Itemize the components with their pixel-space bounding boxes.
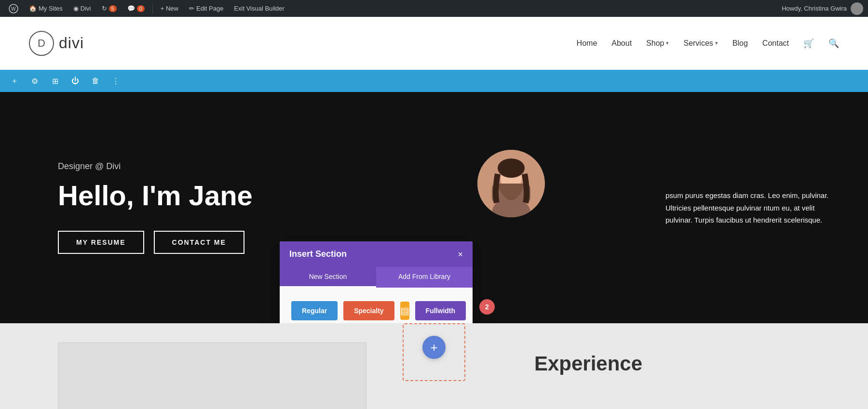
trash-toolbar-button[interactable]: 🗑	[88, 73, 103, 89]
services-chevron-icon: ▾	[715, 40, 718, 46]
wp-logo-item[interactable]: W	[5, 0, 22, 17]
my-resume-button[interactable]: MY RESUME	[58, 231, 144, 254]
new-label: + New	[161, 5, 178, 12]
svg-point-6	[498, 158, 525, 178]
add-section-toolbar-button[interactable]: ＋	[7, 73, 22, 89]
my-sites-label: My Sites	[39, 5, 63, 12]
divi-button[interactable]: ◉ Divi	[69, 0, 95, 17]
updates-button[interactable]: ↻ 5	[98, 0, 121, 17]
nav-services[interactable]: Services ▾	[683, 39, 718, 48]
specialty-icon: ▤	[400, 302, 409, 320]
step-badge-2: 2	[479, 299, 495, 315]
comments-button[interactable]: 💬 0	[123, 0, 149, 17]
more-icon: ⋮	[112, 77, 120, 86]
settings-toolbar-button[interactable]: ⚙	[27, 73, 42, 89]
hero-body-text: psum purus egestas diam cras. Leo enim, …	[665, 189, 829, 226]
exit-builder-label: Exit Visual Builder	[234, 5, 285, 12]
search-icon[interactable]: 🔍	[828, 38, 839, 49]
settings-icon: ⚙	[31, 77, 38, 86]
modal-title: Insert Section	[289, 249, 347, 259]
layout-icon: ⊞	[52, 77, 58, 86]
my-sites-icon: 🏠	[29, 5, 37, 12]
modal-header: Insert Section ×	[280, 241, 473, 267]
separator	[152, 4, 153, 13]
modal-body: Regular Specialty ▤ Fullwidth	[280, 288, 473, 323]
modal-close-button[interactable]: ×	[458, 250, 463, 259]
nav-contact[interactable]: Contact	[762, 39, 789, 48]
nav-home[interactable]: Home	[577, 39, 597, 48]
power-toolbar-button[interactable]: ⏻	[68, 73, 83, 89]
nav-shop[interactable]: Shop ▾	[646, 39, 669, 48]
shop-chevron-icon: ▾	[666, 40, 669, 46]
layout-toolbar-button[interactable]: ⊞	[47, 73, 63, 89]
add-section-button[interactable]: +	[422, 336, 446, 359]
fullwidth-section-button[interactable]: Fullwidth	[415, 301, 466, 320]
trash-icon: 🗑	[92, 77, 99, 85]
comments-count: 0	[137, 5, 145, 12]
exit-builder-button[interactable]: Exit Visual Builder	[230, 0, 288, 17]
power-icon: ⏻	[71, 77, 79, 85]
site-logo[interactable]: D divi	[29, 31, 84, 56]
avatar	[851, 2, 863, 15]
hero-section: Designer @ Divi Hello, I'm Jane MY RESUM…	[0, 92, 868, 323]
edit-icon: ✏	[189, 5, 194, 12]
regular-section-button[interactable]: Regular	[291, 301, 338, 320]
tab-add-from-library[interactable]: Add From Library	[376, 267, 473, 288]
contact-me-button[interactable]: CONTACT ME	[154, 231, 244, 254]
admin-bar-right: Howdy, Christina Gwira	[782, 2, 863, 15]
insert-section-modal: Insert Section × New Section Add From Li…	[280, 241, 473, 323]
avatar	[477, 150, 545, 217]
user-greeting: Howdy, Christina Gwira	[782, 5, 847, 12]
builder-toolbar: ＋ ⚙ ⊞ ⏻ 🗑 ⋮	[0, 70, 868, 92]
logo-circle-icon: D	[29, 31, 54, 56]
my-sites-button[interactable]: 🏠 My Sites	[25, 0, 67, 17]
more-toolbar-button[interactable]: ⋮	[108, 73, 123, 89]
nav-about[interactable]: About	[611, 39, 632, 48]
logo-text: divi	[59, 34, 84, 52]
modal-tabs: New Section Add From Library	[280, 267, 473, 288]
hero-avatar-wrap	[477, 150, 545, 217]
plus-icon: +	[430, 341, 437, 354]
site-nav: Home About Shop ▾ Services ▾ Blog Contac…	[577, 38, 839, 49]
site-header: D divi Home About Shop ▾ Services ▾ Blog…	[0, 17, 868, 70]
divi-icon: ◉	[73, 5, 79, 12]
edit-page-label: Edit Page	[196, 5, 223, 12]
admin-bar: W 🏠 My Sites ◉ Divi ↻ 5 💬 0 + New ✏ Edit…	[0, 0, 868, 17]
cart-icon[interactable]: 🛒	[803, 38, 814, 49]
updates-count: 5	[109, 5, 117, 12]
add-icon: ＋	[11, 76, 18, 86]
new-button[interactable]: + New	[157, 0, 182, 17]
updates-icon: ↻	[102, 5, 107, 12]
edit-page-button[interactable]: ✏ Edit Page	[185, 0, 227, 17]
tab-new-section[interactable]: New Section	[280, 267, 376, 288]
specialty-section-button[interactable]: Specialty	[343, 301, 394, 320]
svg-text:W: W	[11, 6, 16, 12]
hero-subtitle: Designer @ Divi	[58, 161, 810, 172]
divi-label: Divi	[81, 5, 91, 12]
nav-blog[interactable]: Blog	[732, 39, 748, 48]
section-left-box	[58, 343, 366, 409]
comments-icon: 💬	[127, 5, 135, 12]
gray-section: + 1 Experience +	[0, 323, 868, 409]
